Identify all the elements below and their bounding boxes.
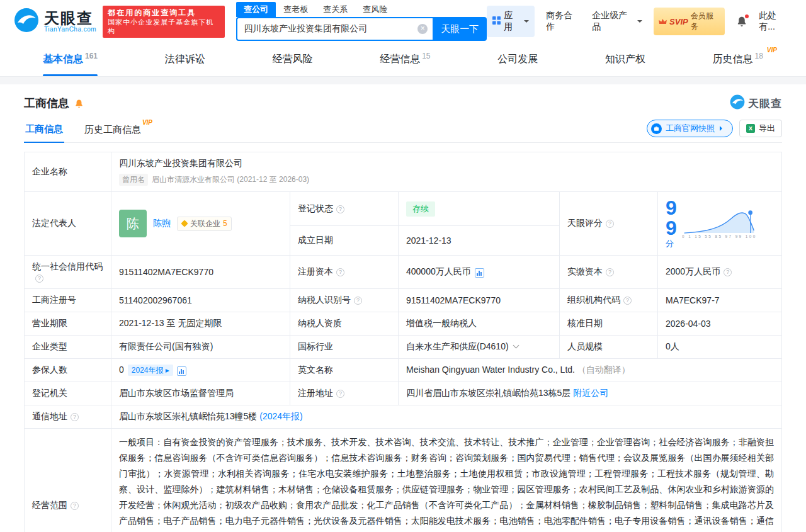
- annual-report-tag[interactable]: 2024年报 ▸: [128, 365, 173, 376]
- tab-count: 161: [85, 52, 98, 60]
- est-date-cell: 2021-12-13: [399, 226, 560, 256]
- menu-enterprise[interactable]: 企业级产品: [592, 10, 642, 33]
- company-nav-tabs: 基本信息 161 法律诉讼 经营风险 经营信息 15 公司发展 知识产权 历史信…: [0, 43, 806, 77]
- search-tabs: 查公司 查老板 查关系 查风险: [236, 2, 487, 17]
- reg-status-cell: 存续: [399, 192, 560, 226]
- score-axis-ticks: 0 1 15 55 85 97 99 100: [682, 234, 757, 239]
- help-icon[interactable]: [623, 297, 632, 305]
- help-icon[interactable]: [336, 390, 344, 398]
- auto-translate-note: （自动翻译）: [577, 365, 630, 375]
- mail-annual-report-link[interactable]: (2024年报): [259, 411, 302, 421]
- taxpayer-quality-label: 纳税人资质: [298, 318, 342, 328]
- term: 2021-12-13 至 无固定期限: [119, 318, 222, 328]
- subtab-history-info[interactable]: 历史工商信息 VIP: [83, 124, 142, 142]
- help-icon[interactable]: [71, 413, 79, 421]
- tab-company-development[interactable]: 公司发展: [492, 43, 543, 76]
- score-cell[interactable]: 99分 0 1 15 55 85 97 99 100: [658, 192, 782, 256]
- nearby-companies-link[interactable]: 附近公司: [573, 388, 608, 398]
- avatar[interactable]: 陈: [119, 210, 147, 237]
- help-icon[interactable]: [724, 268, 732, 276]
- clear-search-icon[interactable]: ×: [417, 24, 428, 34]
- registry-label: 登记机关: [32, 388, 67, 398]
- top-header: 天眼查 TianYanCha.com 都在用的商业查询工具 国家中小企业发展子基…: [0, 0, 806, 43]
- credit-code: 91511402MA7ECK9770: [119, 267, 213, 277]
- menu-more[interactable]: 此处有...: [759, 10, 792, 33]
- subtab-current-info[interactable]: 工商信息: [24, 123, 64, 143]
- english-name-label: 英文名称: [298, 365, 333, 375]
- tab-operation-risk[interactable]: 经营风险: [267, 43, 317, 76]
- help-icon[interactable]: [336, 268, 344, 276]
- tianyancha-logo[interactable]: 天眼查 TianYanCha.com: [14, 8, 96, 35]
- approval-date: 2026-04-03: [666, 319, 711, 329]
- monitor-bell-icon[interactable]: [74, 99, 84, 108]
- search-button[interactable]: 天眼一下: [433, 17, 487, 41]
- change-record-icon[interactable]: [177, 366, 186, 376]
- industry-cell: 自来水生产和供应(D4610): [399, 336, 560, 359]
- reg-address: 四川省眉山市东坡区崇礼镇岷怡苑13栋5层: [406, 388, 570, 398]
- est-date-label: 成立日期: [298, 235, 333, 245]
- est-date: 2021-12-13: [406, 235, 451, 246]
- credit-code-cell: 91511402MA7ECK9770: [111, 256, 290, 289]
- legal-rep-link[interactable]: 陈煦: [153, 218, 171, 229]
- search-tab-boss[interactable]: 查老板: [276, 2, 315, 17]
- help-icon[interactable]: [71, 502, 79, 510]
- crown-icon: [659, 16, 667, 27]
- tab-intellectual-property[interactable]: 知识产权: [600, 43, 650, 76]
- apps-menu[interactable]: 应用: [487, 6, 535, 37]
- tab-operation-info[interactable]: 经营信息 15: [375, 43, 435, 76]
- tab-legal-litigation[interactable]: 法律诉讼: [160, 43, 210, 76]
- tab-label: 历史信息: [713, 53, 753, 66]
- menu-cooperation[interactable]: 商务合作: [546, 10, 581, 33]
- taxpayer-quality-label-cell: 纳税人资质: [290, 312, 399, 336]
- section-title: 工商信息: [24, 96, 69, 111]
- tab-history-info[interactable]: 历史信息 18 VIP: [708, 43, 768, 76]
- score-chart: 0 1 15 55 85 97 99 100: [682, 208, 775, 240]
- official-snapshot-button[interactable]: 工商官网快照: [647, 120, 733, 137]
- svip-member-button[interactable]: SVIP 会员服务: [654, 8, 725, 35]
- search-tab-relation[interactable]: 查关系: [315, 2, 355, 17]
- change-record-icon[interactable]: [475, 268, 484, 278]
- annual-report-label: 2024年报: [132, 366, 164, 375]
- industry: 自来水生产和供应(D4610): [406, 341, 509, 351]
- table-row: 登记机关 眉山市东坡区市场监督管理局 注册地址 四川省眉山市东坡区崇礼镇岷怡苑1…: [25, 382, 782, 405]
- related-company-tag[interactable]: 关联企业 5: [177, 217, 232, 231]
- insured-label: 参保人数: [32, 365, 67, 375]
- mail-address: 眉山市东坡区崇礼镇岷怡苑13幢5楼: [119, 411, 257, 421]
- help-icon[interactable]: [606, 268, 614, 276]
- slogan-line1: 都在用的商业查询工具: [108, 8, 220, 18]
- help-icon[interactable]: [354, 297, 362, 305]
- table-row: 企业类型 有限责任公司(国有独资) 国标行业 自来水生产和供应(D4610) 人…: [25, 336, 782, 359]
- search-tab-risk[interactable]: 查风险: [355, 2, 395, 17]
- reg-address-label: 注册地址: [298, 388, 333, 398]
- staff-size: 0人: [666, 341, 679, 351]
- help-icon[interactable]: [606, 220, 614, 228]
- notification-bell-icon[interactable]: [736, 16, 747, 27]
- tab-label: 法律诉讼: [165, 53, 205, 66]
- taxpayer-quality-cell: 增值税一般纳税人: [399, 312, 560, 336]
- taxpayer-id: 91511402MA7ECK9770: [406, 295, 501, 305]
- search-tab-company[interactable]: 查公司: [236, 2, 276, 17]
- help-icon[interactable]: [336, 205, 344, 213]
- chevron-down-icon[interactable]: [513, 342, 519, 349]
- term-label-cell: 营业期限: [25, 312, 111, 336]
- search-area: 查公司 查老板 查关系 查风险 × 天眼一下: [236, 2, 487, 41]
- paid-capital: 2000万人民币: [666, 266, 720, 276]
- tab-basic-info[interactable]: 基本信息 161: [38, 43, 103, 76]
- company-name: 四川东坡产业投资集团有限公司: [119, 158, 774, 169]
- help-icon[interactable]: [35, 274, 43, 283]
- related-icon: [181, 220, 188, 227]
- page: 天眼查 TianYanCha.com 都在用的商业查询工具 国家中小企业发展子基…: [0, 0, 806, 532]
- tab-count: 18: [755, 52, 763, 60]
- search-input[interactable]: [244, 24, 417, 34]
- subtab-label: 历史工商信息: [84, 124, 141, 135]
- org-code: MA7ECK97-7: [666, 295, 720, 305]
- section-divider: [0, 77, 806, 84]
- watermark-logo: 天眼查: [730, 94, 782, 112]
- subtabs-row: 工商信息 历史工商信息 VIP 工商官网快照 X 导出: [24, 123, 782, 143]
- paid-capital-label: 实缴资本: [567, 266, 603, 276]
- approval-date-label: 核准日期: [567, 318, 603, 328]
- mail-address-label-cell: 通信地址: [25, 405, 111, 429]
- industry-label: 国标行业: [298, 341, 333, 351]
- taxpayer-id-cell: 91511402MA7ECK9770: [399, 289, 560, 312]
- export-button[interactable]: X 导出: [739, 120, 782, 137]
